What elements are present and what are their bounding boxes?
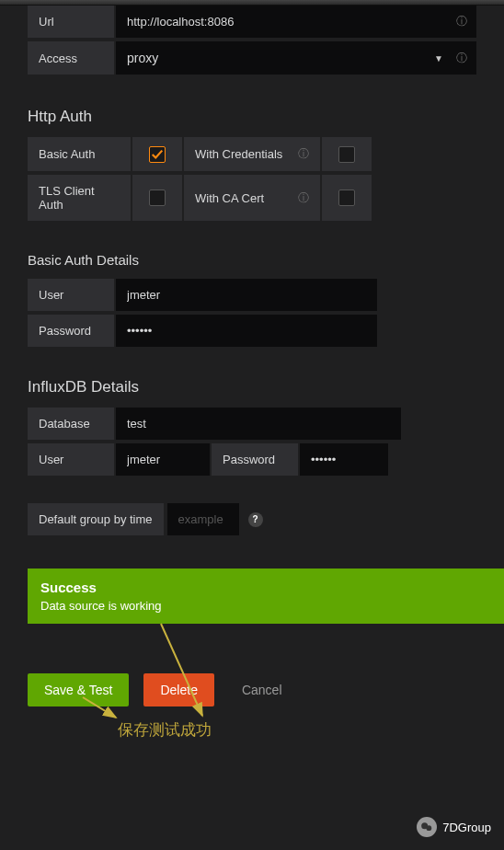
info-icon[interactable]: ⓘ [456, 14, 467, 29]
basic-password-input[interactable] [116, 315, 377, 347]
with-credentials-label: With Credentials [195, 147, 282, 161]
tls-client-auth-label: TLS Client Auth [28, 175, 131, 221]
help-icon[interactable]: ? [248, 512, 263, 527]
url-input[interactable] [116, 6, 456, 38]
cancel-button[interactable]: Cancel [229, 673, 295, 706]
footer-watermark: 7DGroup [417, 817, 491, 837]
group-by-label: Default group by time [28, 503, 164, 535]
alert-message: Data source is working [40, 599, 491, 613]
basic-user-label: User [28, 279, 114, 311]
footer-label: 7DGroup [442, 821, 491, 834]
save-test-button[interactable]: Save & Test [28, 673, 129, 706]
svg-point-1 [427, 825, 432, 831]
http-settings-section: Url ⓘ Access proxy ▼ ⓘ [28, 6, 476, 75]
annotation-text: 保存测试成功 [118, 719, 212, 741]
alert-title: Success [40, 580, 491, 595]
http-auth-title: Http Auth [28, 108, 476, 126]
chevron-down-icon: ▼ [434, 53, 443, 63]
basic-user-input[interactable] [116, 279, 377, 311]
influx-user-label: User [28, 443, 114, 476]
basic-auth-details-title: Basic Auth Details [28, 252, 476, 268]
basic-auth-checkbox[interactable] [149, 146, 166, 163]
basic-password-label: Password [28, 315, 114, 347]
check-icon [151, 148, 164, 161]
success-alert: Success Data source is working [28, 569, 504, 624]
influxdb-title: InfluxDB Details [28, 378, 476, 396]
access-value: proxy [116, 41, 434, 75]
basic-auth-label: Basic Auth [28, 137, 131, 171]
url-label: Url [28, 6, 114, 38]
with-credentials-checkbox[interactable] [338, 146, 355, 163]
tls-client-auth-checkbox[interactable] [149, 190, 166, 206]
group-by-input[interactable] [167, 503, 239, 535]
influx-database-label: Database [28, 408, 114, 440]
access-select[interactable]: proxy ▼ ⓘ [116, 41, 476, 75]
influx-user-input[interactable] [116, 443, 210, 476]
with-ca-cert-label: With CA Cert [195, 191, 264, 205]
access-label: Access [28, 41, 114, 75]
influx-password-input[interactable] [300, 443, 388, 476]
influx-database-input[interactable] [116, 408, 401, 440]
delete-button[interactable]: Delete [143, 673, 213, 706]
influx-password-label: Password [212, 443, 298, 476]
info-icon[interactable]: ⓘ [456, 51, 467, 66]
wechat-icon [417, 817, 437, 837]
with-ca-cert-checkbox[interactable] [338, 190, 355, 206]
info-icon[interactable]: ⓘ [298, 146, 309, 162]
info-icon[interactable]: ⓘ [298, 190, 309, 206]
